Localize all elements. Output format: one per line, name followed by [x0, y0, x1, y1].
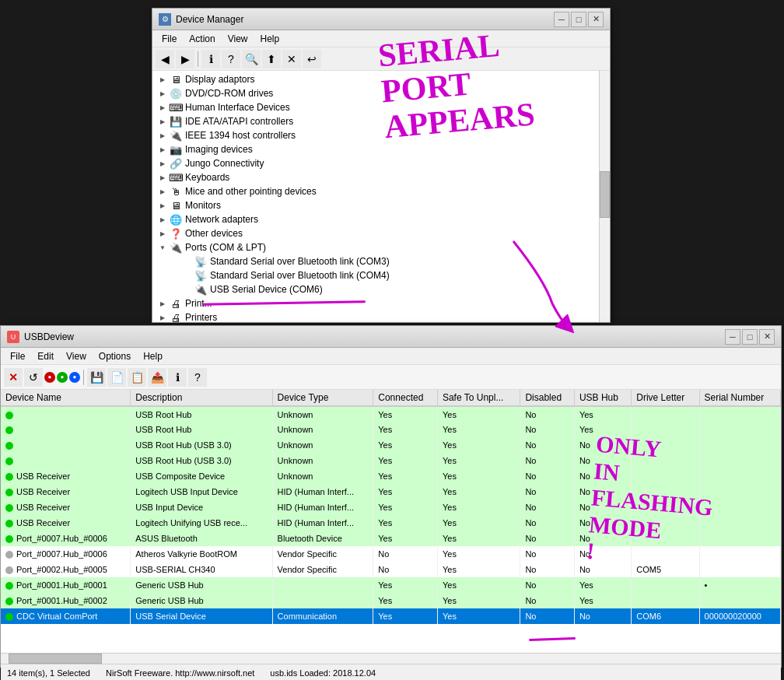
usb-menu-help[interactable]: Help — [137, 349, 169, 363]
cell-serial-number — [699, 437, 780, 453]
usb-menu-view[interactable]: View — [60, 349, 93, 363]
col-drive-letter[interactable]: Drive Letter — [632, 390, 699, 406]
cell-drive-letter: COM5 — [632, 562, 699, 577]
usb-hscroll-thumb[interactable] — [9, 654, 102, 664]
usb-stop-button[interactable]: ✕ — [4, 368, 23, 387]
menu-view[interactable]: View — [222, 32, 254, 46]
col-disabled[interactable]: Disabled — [520, 390, 574, 406]
table-row[interactable]: USB Receiver USB Composite Device Unknow… — [1, 468, 781, 484]
table-row[interactable]: USB Receiver Logitech Unifying USB rece.… — [1, 515, 781, 531]
table-row[interactable]: Port_#0001.Hub_#0002 Generic USB Hub Yes… — [1, 593, 781, 608]
tree-arrow — [182, 270, 193, 281]
cell-device-type: HID (Human Interf... — [272, 515, 373, 531]
maximize-button[interactable]: □ — [571, 12, 586, 27]
usb-copy-button[interactable]: 📋 — [128, 368, 146, 387]
usb-maximize-button[interactable]: □ — [742, 329, 758, 345]
device-tree[interactable]: ▶🖥Display adaptors▶💿DVD/CD-ROM drives▶⌨H… — [152, 71, 599, 322]
tree-item-label: Network adapters — [185, 214, 258, 225]
back-button[interactable]: ◀ — [156, 50, 174, 68]
tree-item[interactable]: ▶⌨Human Interface Devices — [154, 100, 597, 114]
table-row[interactable]: CDC Virtual ComPort USB Serial Device Co… — [1, 608, 781, 624]
tree-arrow: ▶ — [157, 228, 168, 239]
usb-menu-file[interactable]: File — [4, 349, 31, 363]
table-row[interactable]: USB Receiver USB Input Device HID (Human… — [1, 499, 781, 515]
scan-button[interactable]: 🔍 — [242, 50, 261, 68]
tree-item[interactable]: ▶🖨Print... — [154, 296, 597, 310]
cell-description: Generic USB Hub — [131, 593, 272, 608]
cell-connected: Yes — [373, 577, 438, 593]
usb-props-button[interactable]: ℹ — [168, 368, 187, 387]
usb-record-button[interactable]: ● — [44, 372, 55, 383]
tree-item[interactable]: ▶💾IDE ATA/ATAPI controllers — [154, 114, 597, 128]
tree-item[interactable]: ▼🔌Ports (COM & LPT) — [154, 240, 597, 254]
tree-item[interactable]: ▶📷Imaging devices — [154, 142, 597, 156]
cell-drive-letter — [632, 546, 699, 562]
device-tree-scrollbar[interactable] — [599, 71, 610, 322]
col-device-type[interactable]: Device Type — [272, 390, 373, 406]
tree-item[interactable]: ▶🖥Display adaptors — [154, 72, 597, 86]
col-usb-hub[interactable]: USB Hub — [574, 390, 631, 406]
usb-html-button[interactable]: 📄 — [107, 368, 126, 387]
usb-export-button[interactable]: 📤 — [148, 368, 166, 387]
table-row[interactable]: Port_#0007.Hub_#0006 ASUS Bluetooth Blue… — [1, 531, 781, 546]
properties-button[interactable]: ℹ — [201, 50, 220, 68]
uninstall-button[interactable]: ✕ — [282, 50, 301, 68]
table-row[interactable]: USB Root Hub (USB 3.0) Unknown Yes Yes N… — [1, 453, 781, 468]
usb-save-button[interactable]: 💾 — [87, 368, 106, 387]
tree-item[interactable]: ▶🔗Jungo Connectivity — [154, 156, 597, 170]
tree-icon: 📡 — [194, 255, 207, 268]
tree-item[interactable]: 📡Standard Serial over Bluetooth link (CO… — [154, 254, 597, 268]
usb-minimize-button[interactable]: ─ — [725, 329, 740, 345]
tree-arrow: ▶ — [157, 74, 168, 85]
usb-menu-edit[interactable]: Edit — [31, 349, 60, 363]
usb-horizontal-scrollbar[interactable] — [1, 653, 781, 664]
menu-file[interactable]: File — [156, 32, 183, 46]
table-row[interactable]: USB Root Hub (USB 3.0) Unknown Yes Yes N… — [1, 437, 781, 453]
menu-help[interactable]: Help — [254, 32, 286, 46]
tree-item[interactable]: ▶🌐Network adapters — [154, 212, 597, 226]
col-device-name[interactable]: Device Name — [1, 390, 131, 406]
tree-item[interactable]: ▶🔌IEEE 1394 host controllers — [154, 128, 597, 142]
cell-device-name — [1, 406, 131, 422]
tree-item-label: Jungo Connectivity — [185, 158, 264, 169]
tree-item[interactable]: ▶❓Other devices — [154, 226, 597, 240]
col-safe-unpl[interactable]: Safe To Unpl... — [437, 390, 520, 406]
tree-item[interactable]: ▶💿DVD/CD-ROM drives — [154, 86, 597, 100]
tree-item[interactable]: ▶🖨Printers — [154, 310, 597, 322]
col-description[interactable]: Description — [131, 390, 272, 406]
forward-button[interactable]: ▶ — [176, 50, 194, 68]
usb-refresh-button[interactable]: ↺ — [24, 368, 43, 387]
usb-green-button[interactable]: ● — [57, 372, 68, 383]
cell-disabled: No — [520, 422, 574, 437]
usb-close-button[interactable]: ✕ — [759, 329, 775, 345]
tree-icon: 💾 — [170, 115, 182, 128]
update-driver-button[interactable]: ⬆ — [262, 50, 281, 68]
usb-blue-button[interactable]: ● — [69, 372, 80, 383]
usbdeview-titlebar: U USBDeview ─ □ ✕ — [1, 326, 781, 348]
table-row[interactable]: Port_#0007.Hub_#0006 Atheros Valkyrie Bo… — [1, 546, 781, 562]
table-row[interactable]: Port_#0001.Hub_#0001 Generic USB Hub Yes… — [1, 577, 781, 593]
table-row[interactable]: USB Receiver Logitech USB Input Device H… — [1, 484, 781, 499]
tree-item[interactable]: ▶🖱Mice and other pointing devices — [154, 184, 597, 198]
usb-menu-options[interactable]: Options — [93, 349, 137, 363]
minimize-button[interactable]: ─ — [554, 12, 569, 27]
help-button[interactable]: ? — [222, 50, 240, 68]
tree-item[interactable]: 🔌USB Serial Device (COM6) — [154, 282, 597, 296]
cell-description: USB Serial Device — [131, 608, 272, 624]
col-serial-number[interactable]: Serial Number — [699, 390, 780, 406]
menu-action[interactable]: Action — [183, 32, 221, 46]
table-row[interactable]: Port_#0002.Hub_#0005 USB-SERIAL CH340 Ve… — [1, 562, 781, 577]
cell-disabled: No — [520, 437, 574, 453]
table-row[interactable]: USB Root Hub Unknown Yes Yes No Yes — [1, 422, 781, 437]
tree-arrow: ▶ — [157, 200, 168, 211]
table-row[interactable]: USB Root Hub Unknown Yes Yes No Yes — [1, 406, 781, 422]
rollback-button[interactable]: ↩ — [303, 50, 321, 68]
tree-item[interactable]: ▶🖥Monitors — [154, 198, 597, 212]
usb-table-container[interactable]: Device Name Description Device Type Conn… — [1, 390, 781, 653]
close-button[interactable]: ✕ — [588, 12, 604, 27]
tree-item[interactable]: ▶⌨Keyboards — [154, 170, 597, 184]
tree-item[interactable]: 📡Standard Serial over Bluetooth link (CO… — [154, 268, 597, 282]
col-connected[interactable]: Connected — [373, 390, 438, 406]
usb-help2-button[interactable]: ? — [188, 368, 207, 387]
scrollbar-thumb[interactable] — [600, 171, 610, 218]
